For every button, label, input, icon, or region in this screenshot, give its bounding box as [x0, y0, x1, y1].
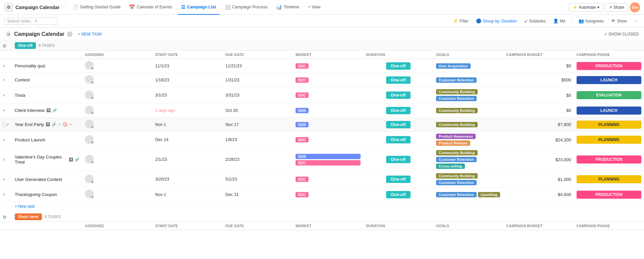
row3-assignee-cell[interactable]: ⚙ [82, 87, 152, 104]
col-name-header [12, 51, 82, 59]
row7-duration-cell: One-off [363, 148, 433, 171]
automate-button[interactable]: ⚡ Automate ▾ [569, 3, 603, 12]
g2-col-check-header [0, 222, 12, 230]
info-icon[interactable]: i [67, 31, 72, 37]
row9-check-cell[interactable]: ✓ [0, 188, 12, 202]
market-badge: B2C [296, 192, 309, 197]
market-badge-b2c: B2C [296, 160, 360, 166]
row6-check-cell[interactable]: ✓ [0, 132, 12, 148]
attachment-icon: 🖼 [46, 122, 50, 127]
row8-assignee-cell[interactable]: ⚙ [82, 171, 152, 188]
row1-assignee-cell[interactable]: ⚙ [82, 59, 152, 73]
group1-collapse-cell[interactable]: ⊙ [0, 40, 12, 51]
row3-check-cell[interactable]: ✓ [0, 87, 12, 104]
filter-button[interactable]: ⚡ Filter [450, 17, 471, 24]
group2-task-count: 4 TASKS [45, 214, 61, 219]
row8-check-cell[interactable]: ✓ [0, 171, 12, 188]
tab-timeline[interactable]: 📊 Timeline [273, 0, 303, 15]
attachment-icon: 🖼 [69, 157, 73, 162]
row2-name-cell[interactable]: Contest [12, 73, 82, 87]
tab-add-view[interactable]: + View [305, 0, 324, 15]
col-goals-header: GOALS [433, 51, 503, 59]
group2-header-row: ⊙ Short term 4 TASKS [0, 211, 644, 222]
phase-badge: PRODUCTION [577, 155, 641, 164]
row8-name-cell[interactable]: User Generated Contest [12, 171, 82, 188]
link-icon: 🔗 [52, 122, 56, 127]
search-box[interactable]: Search tasks... ▾ [4, 17, 58, 25]
row5-name-cell[interactable]: Year End Party 🖼 🔗 ↩ 🚫 ✏ [12, 118, 82, 132]
tab-guide-label: Getting Started Guide [80, 5, 120, 9]
subtasks-button[interactable]: ↙ Subtasks [522, 17, 548, 24]
row7-name-cell[interactable]: Valentine's Day Couples Treat 🖼 🔗 [12, 148, 82, 171]
row7-assignee-cell[interactable]: ⚙ [82, 148, 152, 171]
show-closed-button[interactable]: ✓ SHOW CLOSED [604, 32, 639, 37]
group-by-button[interactable]: 🔵 Group by: Duration [474, 17, 519, 24]
row4-name-cell[interactable]: Client Interview 🖼 🔗 [12, 104, 82, 118]
table-row: ✓ Year End Party 🖼 🔗 ↩ 🚫 ✏ ⚙ Nov 1 Nov 1… [0, 118, 644, 132]
g2-col-duration-header: DURATION [363, 222, 433, 230]
row2-check-cell[interactable]: ✓ [0, 73, 12, 87]
row1-check-cell[interactable]: ✓ [0, 59, 12, 73]
show-button[interactable]: 👁 Show [609, 17, 629, 24]
tab-campaign-list[interactable]: ☰ Campaign List [178, 0, 219, 15]
avatar-badge: ⚙ [91, 125, 94, 129]
group2-collapse-cell[interactable]: ⊙ [0, 211, 12, 222]
row7-check-cell[interactable]: ✓ [0, 148, 12, 171]
row3-market-cell: B2C [293, 87, 363, 104]
row5-assignee-cell[interactable]: ⚙ [82, 118, 152, 132]
phase-badge: LAUNCH [577, 107, 641, 115]
row3-name-cell[interactable]: Trivia [12, 87, 82, 104]
market-badge-b2b: B2B [296, 154, 360, 159]
col-due-header: DUE DATE [223, 51, 293, 59]
me-button[interactable]: 👤 Me [551, 17, 568, 24]
col-budget-header: CAMPAIGN BUDGET [503, 51, 574, 59]
duration-badge: One-off [386, 136, 410, 143]
row1-name-cell[interactable]: Personality quiz [12, 59, 82, 73]
avatar-badge: ⚙ [91, 180, 94, 184]
col-duration-header: DURATION [363, 51, 433, 59]
chevron-down-icon: ▾ [35, 19, 37, 23]
row6-name-cell[interactable]: Product Launch [12, 132, 82, 148]
tab-guide[interactable]: 📄 Getting Started Guide [69, 0, 124, 15]
filter-label: Filter [460, 19, 469, 23]
row7-goals-cell: Community Building Customer Retention Cr… [433, 148, 503, 171]
row-select-checkbox[interactable] [3, 122, 5, 127]
goal-tag: Customer Retention [436, 192, 477, 197]
row9-name-cell[interactable]: Thanksgiving Coupon [12, 188, 82, 202]
tab-process[interactable]: ⬜ Campaign Process [221, 0, 271, 15]
table-row: ✓ User Generated Contest ⚙ 3/20/23 5/1/2… [0, 171, 644, 188]
checkmark-icon: ✓ [3, 64, 6, 68]
row3-start-cell: 3/1/23 [153, 87, 223, 104]
row4-assignee-cell[interactable]: ⚙ [82, 104, 152, 118]
share-button[interactable]: ↗ Share [605, 3, 628, 12]
row5-check-cell[interactable]: ✓ [0, 118, 12, 132]
group2-header-cell: Short term 4 TASKS [12, 211, 644, 222]
group1-header-row: ⊙ One-off 9 TASKS [0, 40, 644, 51]
group2-header-inner: Short term 4 TASKS [15, 213, 641, 220]
row1-duration-cell: One-off [363, 59, 433, 73]
row6-assignee-cell[interactable]: ⚙ [82, 132, 152, 148]
share-icon: ↗ [609, 5, 612, 10]
row8-budget-cell: $1,000 [503, 171, 574, 188]
share-label: Share [613, 5, 624, 10]
main-table: ⊙ One-off 9 TASKS ASSIGNEE START DATE DU… [0, 40, 644, 230]
avatar: ⚙ [85, 106, 94, 114]
avatar: ⚙ [85, 120, 94, 128]
more-button[interactable]: ··· [632, 18, 640, 24]
assignees-label: Assignees [585, 19, 604, 23]
row7-market-cell: B2B B2C [293, 148, 363, 171]
row9-assignee-cell[interactable]: ⚙ [82, 188, 152, 202]
link-icon: 🔗 [52, 108, 57, 113]
new-task-link[interactable]: + New task [15, 204, 35, 209]
row2-budget-cell: $500 [503, 73, 574, 87]
avatar-badge: ⚙ [91, 111, 94, 115]
user-avatar[interactable]: She [630, 2, 640, 12]
subtasks-label: Subtasks [529, 19, 546, 23]
row4-check-cell[interactable]: ✓ [0, 104, 12, 118]
collapse-button[interactable]: ⊙ [5, 31, 11, 37]
tab-calendar[interactable]: 📅 Calendar of Events [126, 0, 175, 15]
task-name: User Generated Contest [15, 177, 62, 182]
assignees-button[interactable]: 👥 Assignees [576, 17, 606, 24]
new-task-button[interactable]: + NEW TASK [75, 31, 105, 38]
row2-assignee-cell[interactable]: ⚙ [82, 73, 152, 87]
